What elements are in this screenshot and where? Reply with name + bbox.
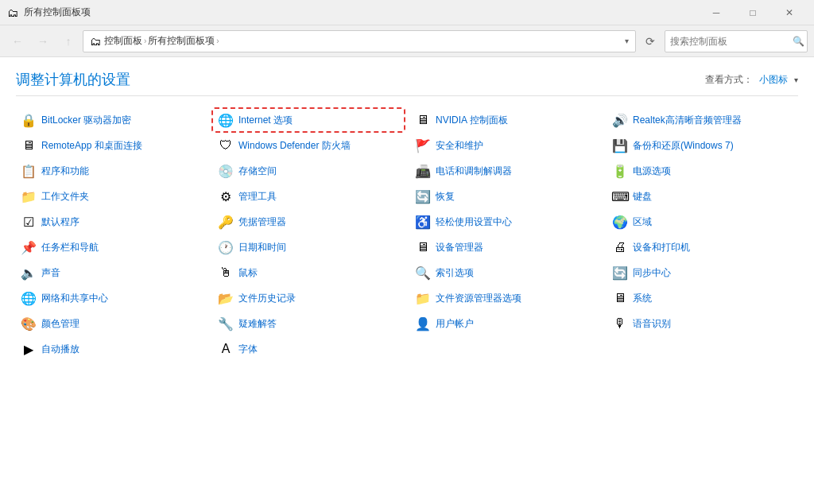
recovery-label: 恢复 [436, 190, 455, 204]
item-region[interactable]: 🌍区域 [607, 211, 798, 233]
item-system[interactable]: 🖥系统 [607, 287, 798, 309]
backup-label: 备份和还原(Windows 7) [633, 139, 734, 153]
devices-printers-label: 设备和打印机 [633, 241, 690, 254]
search-box[interactable]: 🔍 [665, 30, 808, 52]
autoplay-label: 自动播放 [41, 343, 79, 356]
item-speech[interactable]: 🎙语音识别 [607, 312, 798, 335]
item-troubleshoot[interactable]: 🔧疑难解答 [213, 312, 404, 335]
up-button[interactable]: ↑ [57, 30, 79, 52]
fonts-label: 字体 [238, 343, 258, 356]
item-storage[interactable]: 💿存储空间 [213, 160, 404, 182]
title-bar: 🗂 所有控制面板项 ─ □ ✕ [0, 0, 814, 25]
view-label: 查看方式： [705, 73, 753, 87]
maximize-button[interactable]: □ [735, 0, 771, 25]
item-network[interactable]: 🌐网络和共享中心 [16, 287, 207, 309]
item-recovery[interactable]: 🔄恢复 [410, 185, 601, 207]
network-label: 网络和共享中心 [41, 292, 108, 305]
realtek-label: Realtek高清晰音频管理器 [633, 114, 742, 127]
item-backup[interactable]: 💾备份和还原(Windows 7) [607, 134, 798, 157]
path-part-2[interactable]: 所有控制面板项 [148, 34, 215, 48]
user-accounts-icon: 👤 [415, 316, 431, 331]
index-icon: 🔍 [415, 265, 431, 281]
security-label: 安全和维护 [436, 139, 483, 153]
remoteapp-icon: 🖥 [21, 138, 37, 153]
internet-options-icon: 🌐 [218, 112, 234, 128]
item-nvidia[interactable]: 🖥NVIDIA 控制面板 [410, 109, 601, 131]
admin-tools-icon: ⚙ [218, 188, 234, 204]
item-power[interactable]: 🔋电源选项 [607, 160, 798, 182]
address-field[interactable]: 🗂 控制面板 › 所有控制面板项 › ▾ [83, 30, 636, 52]
title-bar-icon: 🗂 [6, 6, 19, 19]
sound-icon: 🔈 [21, 265, 37, 281]
item-color-mgr[interactable]: 🎨颜色管理 [16, 312, 207, 335]
backup-icon: 💾 [612, 138, 628, 153]
system-icon: 🖥 [612, 290, 628, 306]
item-index[interactable]: 🔍索引选项 [410, 262, 601, 284]
file-explorer-opts-label: 文件资源管理器选项 [436, 292, 521, 305]
realtek-icon: 🔊 [612, 112, 628, 128]
item-autoplay[interactable]: ▶自动播放 [16, 338, 207, 360]
search-input[interactable] [670, 36, 789, 47]
user-accounts-label: 用户帐户 [436, 317, 474, 331]
item-ease-access[interactable]: ♿轻松使用设置中心 [410, 211, 601, 233]
speech-label: 语音识别 [633, 317, 671, 331]
item-datetime[interactable]: 🕐日期和时间 [213, 236, 404, 258]
item-remoteapp[interactable]: 🖥RemoteApp 和桌面连接 [16, 134, 207, 157]
nvidia-icon: 🖥 [415, 112, 431, 128]
network-icon: 🌐 [21, 290, 37, 306]
item-programs[interactable]: 📋程序和功能 [16, 160, 207, 182]
page-title: 调整计算机的设置 [16, 70, 130, 89]
item-bitlocker[interactable]: 🔒BitLocker 驱动器加密 [16, 109, 207, 131]
item-user-accounts[interactable]: 👤用户帐户 [410, 312, 601, 335]
item-realtek[interactable]: 🔊Realtek高清晰音频管理器 [607, 109, 798, 131]
item-mouse[interactable]: 🖱鼠标 [213, 262, 404, 284]
item-admin-tools[interactable]: ⚙管理工具 [213, 185, 404, 207]
minimize-button[interactable]: ─ [698, 0, 735, 25]
sound-label: 声音 [41, 266, 60, 280]
item-security[interactable]: 🚩安全和维护 [410, 134, 601, 157]
file-explorer-opts-icon: 📁 [415, 290, 431, 306]
default-programs-icon: ☑ [21, 214, 37, 230]
item-credential-mgr[interactable]: 🔑凭据管理器 [213, 211, 404, 233]
sync-label: 同步中心 [633, 266, 671, 280]
view-value[interactable]: 小图标 [759, 73, 788, 87]
troubleshoot-label: 疑难解答 [238, 317, 277, 331]
datetime-label: 日期和时间 [238, 241, 286, 254]
refresh-button[interactable]: ⟳ [639, 30, 661, 52]
main-content: 调整计算机的设置 查看方式： 小图标 ▾ 🔒BitLocker 驱动器加密🌐In… [0, 57, 814, 504]
keyboard-label: 键盘 [633, 190, 652, 204]
item-keyboard[interactable]: ⌨键盘 [607, 185, 798, 207]
path-part-1[interactable]: 控制面板 [104, 34, 142, 48]
item-sound[interactable]: 🔈声音 [16, 262, 207, 284]
item-device-mgr[interactable]: 🖥设备管理器 [410, 236, 601, 258]
item-file-history[interactable]: 📂文件历史记录 [213, 287, 404, 309]
header-row: 调整计算机的设置 查看方式： 小图标 ▾ [16, 70, 798, 89]
item-internet-options[interactable]: 🌐Internet 选项 [213, 109, 404, 131]
forward-button[interactable]: → [32, 30, 54, 52]
close-button[interactable]: ✕ [771, 0, 808, 25]
file-history-icon: 📂 [218, 290, 234, 306]
region-label: 区域 [633, 215, 652, 229]
item-taskbar[interactable]: 📌任务栏和导航 [16, 236, 207, 258]
item-win-defender[interactable]: 🛡Windows Defender 防火墙 [213, 134, 404, 157]
color-mgr-label: 颜色管理 [41, 317, 79, 331]
address-dropdown-btn[interactable]: ▾ [625, 37, 629, 45]
item-phone-modem[interactable]: 📠电话和调制解调器 [410, 160, 601, 182]
view-dropdown-icon[interactable]: ▾ [794, 76, 798, 84]
item-workfolder[interactable]: 📁工作文件夹 [16, 185, 207, 207]
workfolder-label: 工作文件夹 [41, 190, 89, 204]
item-file-explorer-opts[interactable]: 📁文件资源管理器选项 [410, 287, 601, 309]
item-sync[interactable]: 🔄同步中心 [607, 262, 798, 284]
admin-tools-label: 管理工具 [238, 190, 277, 204]
item-default-programs[interactable]: ☑默认程序 [16, 211, 207, 233]
storage-icon: 💿 [218, 163, 234, 179]
troubleshoot-icon: 🔧 [218, 316, 234, 331]
phone-modem-icon: 📠 [415, 163, 431, 179]
path-chevron-1: › [144, 37, 146, 45]
item-devices-printers[interactable]: 🖨设备和打印机 [607, 236, 798, 258]
power-label: 电源选项 [633, 165, 671, 178]
back-button[interactable]: ← [6, 30, 29, 52]
mouse-label: 鼠标 [238, 266, 258, 280]
item-fonts[interactable]: A字体 [213, 338, 404, 360]
datetime-icon: 🕐 [218, 239, 234, 255]
